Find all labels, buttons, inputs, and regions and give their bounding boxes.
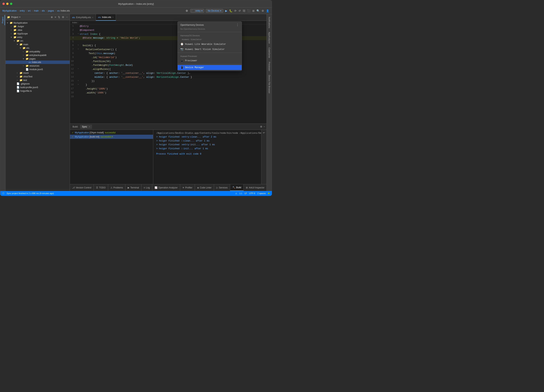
expand-icon[interactable]: ⇅	[57, 16, 61, 19]
btool-arkui-inspector[interactable]: ⊞ ArkUI Inspector	[244, 184, 266, 191]
build-item-2[interactable]: ✓ MyApplication [build init]: successful…	[70, 135, 153, 139]
editor-tabs: ets EntryAbility.ets × ets Index.ets ×	[70, 14, 266, 21]
tree-item-index-ets[interactable]: ets Index.ets	[6, 61, 70, 64]
tree-item-resources[interactable]: › 📁 resources	[6, 64, 70, 68]
right-tab-codegenie[interactable]: CodeGenie	[267, 46, 271, 60]
breadcrumb-main[interactable]: main	[34, 9, 39, 12]
btool-build[interactable]: 🔨 Build	[230, 184, 244, 191]
entry-dropdown[interactable]: ⬛ entry ▾	[190, 9, 204, 13]
tree-h-scroll[interactable]	[6, 189, 70, 191]
breadcrumb-entry[interactable]: entry	[20, 9, 25, 12]
entryability-tab-close[interactable]: ×	[92, 16, 93, 18]
tree-item-entry[interactable]: ▾ 📁 entry	[6, 35, 70, 39]
sep1: ›	[18, 9, 18, 12]
coverage-icon[interactable]: ⊞	[252, 9, 255, 13]
indent-label[interactable]: 2 spaces	[257, 192, 266, 195]
tree-item-test[interactable]: › 📁 test	[6, 78, 70, 82]
btool-operation-analyzer[interactable]: 📈 Operation Analyzer	[152, 184, 180, 191]
sync-close[interactable]: ×	[89, 125, 90, 128]
project-folder-icon: 📁	[7, 16, 10, 18]
tab-entryability[interactable]: ets EntryAbility.ets ×	[70, 14, 96, 21]
wrap-icon[interactable]: ↩	[262, 131, 266, 135]
panel-header-icons: ⊕ ≡ ⇅ ⚙ −	[50, 16, 68, 19]
stop-icon[interactable]: ⬛	[247, 9, 251, 13]
tree-item-entrybackup[interactable]: › 📁 entrybackupabilit	[6, 53, 70, 57]
right-tab-notifications[interactable]: Notifications	[267, 15, 271, 30]
breadcrumb-pages[interactable]: pages	[48, 9, 54, 12]
device-item-device-manager[interactable]: 📱 Device Manager	[178, 65, 242, 70]
tree-item-idea[interactable]: › 📁 .idea	[6, 28, 70, 32]
btool-version-control[interactable]: ⎇ Version Control	[70, 184, 94, 191]
user-icon[interactable]: 👤	[266, 9, 270, 13]
tree-label-ohostest: ohosTest	[23, 75, 32, 78]
maximize-button[interactable]	[10, 3, 12, 5]
tree-item-hvigor[interactable]: › 📁 .hvigor	[6, 25, 70, 28]
tree-item-src[interactable]: ▾ 📁 src	[6, 39, 70, 43]
line-gutter-12: ▾	[77, 67, 80, 70]
line-ending-label[interactable]: LF	[244, 192, 247, 195]
refresh-icon[interactable]: ↺	[238, 9, 241, 13]
btool-profiler[interactable]: ✈ Profiler	[180, 184, 195, 191]
tree-label-build-profile: build-profile.json5	[20, 86, 38, 89]
close-button[interactable]	[2, 3, 5, 5]
close-panel-icon[interactable]: −	[65, 16, 68, 19]
btool-problems[interactable]: ⚠ Problems	[108, 184, 126, 191]
attach-icon[interactable]: ⛓	[242, 9, 246, 13]
index-tab-icon: ets	[98, 16, 101, 18]
tree-item-build-profile[interactable]: 📄 build-profile.json5	[6, 86, 70, 89]
breadcrumb-ets[interactable]: ets	[42, 9, 45, 12]
tree-root[interactable]: ▾ 📁 MyApplication	[6, 21, 70, 25]
bottom-close-icon[interactable]: −	[263, 125, 265, 128]
tree-item-mock[interactable]: › 📁 mock	[6, 71, 70, 75]
project-tab[interactable]: Project	[1, 15, 5, 25]
run-icon[interactable]: ▶	[225, 9, 228, 13]
collapse-icon[interactable]: ≡	[54, 16, 57, 19]
index-tab-close[interactable]: ×	[112, 16, 113, 18]
right-tab-appanalyzer[interactable]: AppAnalyzer	[267, 30, 271, 46]
device-item-smart-vision[interactable]: 📷 Huawei Smart Vision Simulator	[178, 47, 242, 52]
tree-item-module-json[interactable]: 📄 module.json5	[6, 68, 70, 71]
tree-item-gitignore[interactable]: 📄 .gitignore	[6, 82, 70, 86]
tree-item-main[interactable]: ▾ 📁 main	[6, 43, 70, 46]
gear-panel-icon[interactable]: ⚙	[61, 16, 65, 19]
settings-icon[interactable]: ⚙	[185, 9, 189, 13]
btool-terminal[interactable]: ▶ Terminal	[125, 184, 141, 191]
btool-services[interactable]: ▷ Services	[214, 184, 230, 191]
build-output: /Applications/DevEco-Studio.app/Contents…	[153, 130, 261, 184]
terminal-label: Terminal	[130, 186, 139, 189]
build-tab-sync[interactable]: Sync ×	[80, 125, 92, 129]
tree-item-ets[interactable]: ▾ 📁 ets	[6, 46, 70, 50]
breadcrumb-filename: Index.ets	[61, 9, 70, 12]
devices-more-icon[interactable]: ⋮	[236, 23, 239, 27]
code-line-16: 16 ▾ }	[70, 83, 266, 87]
position-label[interactable]: 1:1	[239, 192, 242, 195]
tab-index[interactable]: ets Index.ets ×	[96, 14, 116, 21]
device-item-previewer[interactable]: 📱 Previewer	[178, 58, 242, 63]
bottom-settings-icon[interactable]: ⚙	[260, 125, 262, 128]
tree-item-hvigorfile[interactable]: 📄 hvigorfile.ts	[6, 89, 70, 93]
tree-item-pages[interactable]: ▾ 📁 pages	[6, 57, 70, 61]
sync-label: Sync	[82, 125, 87, 128]
tree-item-entryability[interactable]: › 📁 entryability	[6, 50, 70, 53]
btool-log[interactable]: ≡ Log	[142, 184, 152, 191]
minimize-button[interactable]	[6, 3, 9, 5]
search-icon[interactable]: 🔍	[256, 9, 260, 13]
op-analyzer-icon: 📈	[154, 186, 157, 189]
breadcrumb-app[interactable]: MyApplication	[2, 9, 17, 12]
debug-icon[interactable]: 🐛	[229, 9, 233, 13]
right-tab-previewer[interactable]: Previewer	[267, 60, 271, 73]
btool-todo[interactable]: ☰ TODO	[94, 184, 108, 191]
tree-item-ohostest[interactable]: › 📁 ohosTest	[6, 75, 70, 78]
add-icon[interactable]: ⊕	[50, 16, 53, 19]
settings-gear-icon[interactable]: ⚙	[261, 9, 264, 13]
encoding-label[interactable]: UTF-8	[249, 192, 255, 195]
breadcrumb-src[interactable]: src	[28, 9, 31, 12]
profile-icon[interactable]: ⟳	[234, 9, 237, 13]
no-devices-button[interactable]: No Devices ▾	[206, 9, 223, 13]
btool-code-linter[interactable]: ◈ Code Linter	[195, 184, 214, 191]
status-bar: ☐ Sync project finished in 2 s 696 ms (9…	[0, 191, 272, 196]
tree-item-appscope[interactable]: › 📁 AppScope	[6, 32, 70, 35]
right-tab-device-file-browser[interactable]: Device File Browser	[267, 73, 271, 95]
device-item-lite-wearable[interactable]: ⌚ Huawei Lite Wearable Simulator	[178, 42, 242, 47]
build-item-1[interactable]: ✓ MyApplication [Ohpm Install]: successf…	[70, 131, 153, 135]
